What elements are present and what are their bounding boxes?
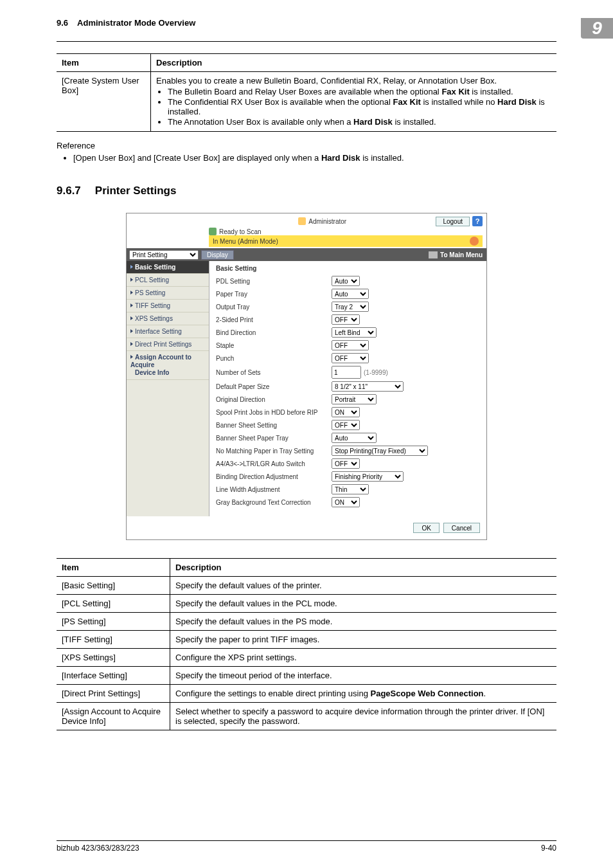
sidebar-item-xps[interactable]: XPS Settings xyxy=(127,312,209,325)
cell-item: [PS Setting] xyxy=(57,613,170,631)
field-label: Staple xyxy=(216,342,332,349)
section-number: 9.6.7 xyxy=(57,185,81,197)
cell-desc: Configure the settings to enable direct … xyxy=(170,685,557,703)
sidebar-item-basic[interactable]: Basic Setting xyxy=(127,261,209,274)
th-description: Description xyxy=(170,559,557,577)
field-label: Output Tray xyxy=(216,303,332,311)
reference-item: [Open User Box] and [Create User Box] ar… xyxy=(73,153,556,163)
cell-desc: Specify the default values of the printe… xyxy=(170,577,557,595)
field-label: Original Direction xyxy=(216,396,332,403)
field-label: PDL Setting xyxy=(216,278,332,285)
bindadj-select[interactable]: Finishing Priority xyxy=(332,471,404,482)
sidebar-item-assign-account[interactable]: Assign Account to AcquireDevice Info xyxy=(127,351,209,380)
footer-right: 9-40 xyxy=(541,844,556,853)
category-select[interactable]: Print Setting xyxy=(129,250,199,260)
cell-item: [Direct Print Settings] xyxy=(57,685,170,703)
punch-select[interactable]: OFF xyxy=(332,353,369,363)
logout-button[interactable]: Logout xyxy=(436,217,470,226)
field-label: 2-Sided Print xyxy=(216,316,332,323)
defpaper-select[interactable]: 8 1/2" x 11" xyxy=(332,381,404,392)
status-icon xyxy=(209,228,217,235)
table-row: [TIFF Setting]Specify the paper to print… xyxy=(57,631,556,649)
user-icon xyxy=(298,217,306,225)
display-button[interactable]: Display xyxy=(201,250,234,260)
cell-item: [TIFF Setting] xyxy=(57,631,170,649)
page-footer: bizhub 423/363/283/223 9-40 xyxy=(57,840,556,853)
staple-select[interactable]: OFF xyxy=(332,340,369,350)
th-item: Item xyxy=(57,559,170,577)
field-label: A4/A3<->LTR/LGR Auto Switch xyxy=(216,460,332,467)
admin-label: Administrator xyxy=(308,218,346,225)
section-title: Printer Settings xyxy=(95,185,177,197)
field-label: Bind Direction xyxy=(216,329,332,336)
cell-item: [Interface Setting] xyxy=(57,667,170,685)
cell-desc: Select whether to specify a password to … xyxy=(170,703,557,730)
main-menu-icon xyxy=(429,251,438,258)
status-text: Ready to Scan xyxy=(219,228,262,235)
spool-select[interactable]: ON xyxy=(332,407,360,417)
desc-lead: Enables you to create a new Bulletin Boa… xyxy=(156,76,497,86)
desc-bullets: The Bulletin Board and Relay User Boxes … xyxy=(156,87,551,127)
origdir-select[interactable]: Portrait xyxy=(332,394,377,404)
printer-settings-screenshot: Administrator Logout ? Ready to Scan In … xyxy=(126,213,487,540)
th-description: Description xyxy=(151,54,557,72)
settings-pane: Basic Setting PDL SettingAuto Paper Tray… xyxy=(209,261,486,516)
create-userbox-table: Item Description [Create System User Box… xyxy=(57,53,556,132)
pdl-select[interactable]: Auto xyxy=(332,276,360,286)
nomatch-select[interactable]: Stop Printing(Tray Fixed) xyxy=(332,446,428,456)
sidebar-item-ps[interactable]: PS Setting xyxy=(127,287,209,300)
cell-item: [XPS Settings] xyxy=(57,649,170,667)
sidebar-item-tiff[interactable]: TIFF Setting xyxy=(127,300,209,312)
th-item: Item xyxy=(57,54,151,72)
chapter-badge: 9 xyxy=(581,18,613,39)
a4a3-select[interactable]: OFF xyxy=(332,458,360,469)
refresh-icon[interactable] xyxy=(470,237,479,246)
settings-sidebar: Basic Setting PCL Setting PS Setting TIF… xyxy=(127,261,209,516)
field-label: Default Paper Size xyxy=(216,383,332,390)
sidebar-item-interface[interactable]: Interface Setting xyxy=(127,325,209,338)
numsets-input[interactable] xyxy=(332,366,361,379)
header-section-no: 9.6 xyxy=(57,18,68,28)
mode-bar-text: In Menu (Admin Mode) xyxy=(213,238,278,245)
list-item: The Confidential RX User Box is availabl… xyxy=(168,97,551,116)
field-label: Banner Sheet Paper Tray xyxy=(216,435,332,442)
list-item: The Annotation User Box is available onl… xyxy=(168,117,551,127)
field-label: Banner Sheet Setting xyxy=(216,422,332,429)
printer-settings-table: Item Description [Basic Setting]Specify … xyxy=(57,558,556,730)
field-label: Paper Tray xyxy=(216,291,332,298)
cell-item: [PCL Setting] xyxy=(57,595,170,613)
table-row: [Direct Print Settings] Configure the se… xyxy=(57,685,556,703)
banner-select[interactable]: OFF xyxy=(332,420,360,430)
to-main-menu-label: To Main Menu xyxy=(440,251,483,258)
twosided-select[interactable]: OFF xyxy=(332,314,360,325)
linewidth-select[interactable]: Thin xyxy=(332,484,369,494)
field-label: Punch xyxy=(216,355,332,362)
section-heading: 9.6.7 Printer Settings xyxy=(57,185,556,197)
table-row: [XPS Settings]Configure the XPS print se… xyxy=(57,649,556,667)
to-main-menu-link[interactable]: To Main Menu xyxy=(429,251,483,258)
cell-desc: Specify the paper to print TIFF images. xyxy=(170,631,557,649)
numsets-range: (1-9999) xyxy=(364,369,388,376)
ok-button[interactable]: OK xyxy=(413,523,439,533)
field-label: No Matching Paper in Tray Setting xyxy=(216,448,332,455)
papertray-select[interactable]: Auto xyxy=(332,289,369,299)
cell-item: [Create System User Box] xyxy=(57,72,151,132)
outputtray-select[interactable]: Tray 2 xyxy=(332,302,369,312)
sidebar-item-pcl[interactable]: PCL Setting xyxy=(127,274,209,287)
header-title-text: Administrator Mode Overview xyxy=(77,18,195,28)
binddir-select[interactable]: Left Bind xyxy=(332,327,377,338)
sidebar-item-direct-print[interactable]: Direct Print Settings xyxy=(127,338,209,351)
graybg-select[interactable]: ON xyxy=(332,497,360,507)
field-label: Gray Background Text Correction xyxy=(216,499,332,506)
bannertray-select[interactable]: Auto xyxy=(332,433,377,443)
reference-label: Reference xyxy=(57,141,556,150)
cell-desc: Specify the timeout period of the interf… xyxy=(170,667,557,685)
field-label: Number of Sets xyxy=(216,369,332,376)
cell-desc: Specify the default values in the PCL mo… xyxy=(170,595,557,613)
field-label: Line Width Adjustment xyxy=(216,486,332,493)
reference-block: Reference [Open User Box] and [Create Us… xyxy=(57,141,556,163)
help-icon[interactable]: ? xyxy=(472,216,483,226)
cancel-button[interactable]: Cancel xyxy=(443,523,480,533)
footer-left: bizhub 423/363/283/223 xyxy=(57,844,139,853)
list-item: The Bulletin Board and Relay User Boxes … xyxy=(168,87,551,96)
